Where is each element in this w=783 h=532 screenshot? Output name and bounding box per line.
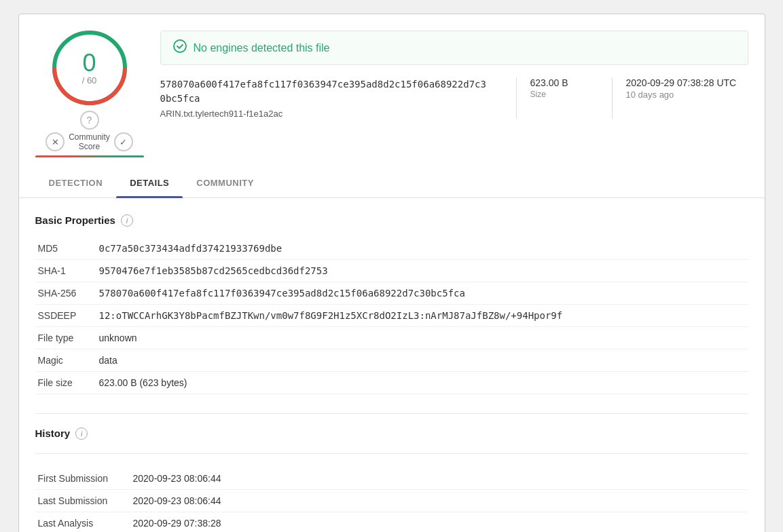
table-row: File type unknown <box>35 326 748 349</box>
prop-label-sha256: SHA-256 <box>35 282 96 304</box>
prop-value-magic: data <box>96 349 748 371</box>
table-row: MD5 0c77a50c373434adfd37421933769dbe <box>35 238 748 260</box>
history-title: History i <box>35 428 748 440</box>
tab-details[interactable]: DETAILS <box>116 168 183 197</box>
prop-value-filetype: unknown <box>96 326 748 349</box>
list-item: First Submission 2020-09-23 08:06:44 <box>35 468 748 490</box>
date-ago: 10 days ago <box>626 90 748 100</box>
prop-label-filesize: File size <box>35 371 96 394</box>
prop-value-md5: 0c77a50c373434adfd37421933769dbe <box>96 238 748 260</box>
size-block: 623.00 B Size <box>530 77 598 99</box>
basic-properties-info-icon: i <box>121 214 133 227</box>
prop-label-magic: Magic <box>35 349 96 371</box>
prop-label-ssdeep: SSDEEP <box>35 304 96 326</box>
tabs-row: DETECTION DETAILS COMMUNITY <box>19 168 765 198</box>
history-label-last-sub: Last Submission <box>35 489 130 512</box>
score-circle: 0 / 60 <box>52 31 127 105</box>
properties-table: MD5 0c77a50c373434adfd37421933769dbe SHA… <box>35 238 748 394</box>
list-item: Last Submission 2020-09-23 08:06:44 <box>35 489 748 512</box>
table-row: Magic data <box>35 349 748 371</box>
history-table: First Submission 2020-09-23 08:06:44 Las… <box>35 468 748 532</box>
check-circle-icon <box>173 39 187 56</box>
hash-main: 578070a600f417efa8fc117f0363947ce395ad8d… <box>160 77 503 119</box>
history-info-icon: i <box>75 428 88 440</box>
divider-1 <box>516 77 517 119</box>
history-value-first: 2020-09-23 08:06:44 <box>130 468 748 490</box>
history-value-last-analysis: 2020-09-29 07:38:28 <box>130 512 748 532</box>
tab-community[interactable]: COMMUNITY <box>183 168 268 197</box>
list-item: Last Analysis 2020-09-29 07:38:28 <box>35 512 748 532</box>
history-section: History i First Submission 2020-09-23 08… <box>35 413 748 532</box>
prop-label-md5: MD5 <box>35 238 96 260</box>
divider2 <box>35 453 748 454</box>
prop-label-filetype: File type <box>35 326 96 349</box>
history-value-last-sub: 2020-09-23 08:06:44 <box>130 489 748 512</box>
main-window: 0 / 60 ? ✕ Community Score ✓ <box>18 14 765 532</box>
history-label-first: First Submission <box>35 468 130 490</box>
content-area: Basic Properties i MD5 0c77a50c373434adf… <box>19 198 765 532</box>
community-like-button[interactable]: ✓ <box>114 132 133 151</box>
size-label: Size <box>530 90 598 99</box>
score-total: / 60 <box>82 75 97 86</box>
prop-value-sha256: 578070a600f417efa8fc117f0363947ce395ad8d… <box>96 282 748 304</box>
community-label: Community Score <box>69 132 110 152</box>
date-block: 2020-09-29 07:38:28 UTC 10 days ago <box>626 77 748 100</box>
prop-label-sha1: SHA-1 <box>35 259 96 282</box>
info-area: No engines detected this file 578070a600… <box>160 31 748 119</box>
table-row: SSDEEP 12:oTWCCArhGK3Y8bPacmfBZJTKwn/vm0… <box>35 304 748 326</box>
size-value: 623.00 B <box>530 77 598 88</box>
detection-text: No engines detected this file <box>194 42 330 54</box>
question-icon: ? <box>80 111 99 130</box>
hash-value: 578070a600f417efa8fc117f0363947ce395ad8d… <box>160 77 489 106</box>
community-dislike-button[interactable]: ✕ <box>45 132 65 151</box>
detection-banner: No engines detected this file <box>160 31 748 65</box>
table-row: SHA-1 9570476e7f1eb3585b87cd2565cedbcd36… <box>35 259 748 282</box>
score-number: 0 <box>82 51 96 75</box>
community-score-row: ✕ Community Score ✓ <box>35 132 144 152</box>
tab-detection[interactable]: DETECTION <box>35 168 117 197</box>
divider <box>35 413 748 414</box>
svg-point-0 <box>174 40 186 52</box>
score-area: 0 / 60 ? ✕ Community Score ✓ <box>35 31 144 152</box>
date-value: 2020-09-29 07:38:28 UTC <box>626 77 748 88</box>
prop-value-ssdeep: 12:oTWCCArhGK3Y8bPacmfBZJTKwn/vm0w7f8G9F… <box>96 304 748 326</box>
table-row: SHA-256 578070a600f417efa8fc117f0363947c… <box>35 282 748 304</box>
prop-value-sha1: 9570476e7f1eb3585b87cd2565cedbcd36df2753 <box>96 259 748 282</box>
divider-2 <box>612 77 613 119</box>
filename: ARIN.txt.tylertech911-f1e1a2ac <box>160 109 489 119</box>
prop-value-filesize: 623.00 B (623 bytes) <box>96 371 748 394</box>
hash-section: 578070a600f417efa8fc117f0363947ce395ad8d… <box>160 77 748 119</box>
table-row: File size 623.00 B (623 bytes) <box>35 371 748 394</box>
history-label-last-analysis: Last Analysis <box>35 512 130 532</box>
basic-properties-title: Basic Properties i <box>35 214 748 227</box>
community-bar <box>35 155 144 157</box>
top-section: 0 / 60 ? ✕ Community Score ✓ <box>19 14 765 163</box>
